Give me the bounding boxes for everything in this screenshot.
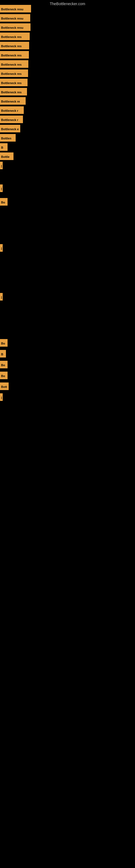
bar-label-14: Bottleneck e bbox=[0, 125, 20, 132]
bar-label-2: Bottleneck resu bbox=[0, 14, 30, 22]
bar-item-24: B bbox=[0, 350, 6, 358]
bar-item-15: Bottlen bbox=[0, 134, 16, 142]
bar-label-16: B bbox=[0, 143, 8, 151]
bar-label-22: | bbox=[0, 293, 3, 301]
bar-label-17: Bottle bbox=[0, 152, 13, 160]
bar-label-7: Bottleneck res bbox=[0, 60, 28, 68]
bar-item-6: Bottleneck res bbox=[0, 51, 29, 59]
bar-item-28: | bbox=[0, 393, 3, 401]
bar-label-18: | bbox=[0, 162, 3, 169]
bar-label-4: Bottleneck res bbox=[0, 33, 30, 40]
bar-item-8: Bottleneck res bbox=[0, 69, 28, 77]
bar-item-19: | bbox=[0, 184, 3, 192]
bar-item-5: Bottleneck res bbox=[0, 42, 29, 50]
bar-label-10: Bottleneck res bbox=[0, 88, 27, 95]
bar-item-3: Bottleneck resu bbox=[0, 23, 31, 31]
bar-item-4: Bottleneck res bbox=[0, 33, 30, 40]
bar-item-11: Bottleneck re bbox=[0, 97, 26, 105]
bar-item-23: Bo bbox=[0, 339, 8, 347]
bar-item-20: Bo bbox=[0, 198, 8, 206]
bar-item-27: Bott bbox=[0, 382, 9, 390]
bar-item-13: Bottleneck r bbox=[0, 116, 23, 123]
bar-item-22: | bbox=[0, 293, 3, 301]
bar-item-7: Bottleneck res bbox=[0, 60, 28, 68]
bar-label-13: Bottleneck r bbox=[0, 116, 23, 123]
bar-item-2: Bottleneck resu bbox=[0, 14, 30, 22]
bar-item-26: Bo bbox=[0, 372, 8, 379]
bar-item-21: | bbox=[0, 244, 3, 252]
bar-label-24: B bbox=[0, 350, 6, 358]
bar-item-12: Bottleneck r bbox=[0, 106, 24, 114]
bar-label-8: Bottleneck res bbox=[0, 69, 28, 77]
bar-label-20: Bo bbox=[0, 198, 8, 206]
bar-item-25: Bo bbox=[0, 361, 8, 368]
bar-item-16: B bbox=[0, 143, 8, 151]
bar-label-15: Bottlen bbox=[0, 134, 16, 142]
bar-label-6: Bottleneck res bbox=[0, 51, 29, 59]
bar-item-1: Bottleneck resu bbox=[0, 5, 31, 12]
bar-label-27: Bott bbox=[0, 382, 9, 390]
bar-label-21: | bbox=[0, 244, 3, 252]
bar-label-11: Bottleneck re bbox=[0, 97, 26, 105]
bar-item-9: Bottleneck res bbox=[0, 79, 28, 86]
bar-label-5: Bottleneck res bbox=[0, 42, 29, 50]
bar-label-9: Bottleneck res bbox=[0, 79, 28, 86]
bar-label-12: Bottleneck r bbox=[0, 106, 24, 114]
bar-label-23: Bo bbox=[0, 339, 8, 347]
bar-label-19: | bbox=[0, 184, 3, 192]
bar-item-10: Bottleneck res bbox=[0, 88, 27, 95]
bar-item-14: Bottleneck e bbox=[0, 125, 20, 132]
bar-label-3: Bottleneck resu bbox=[0, 23, 31, 31]
bar-label-25: Bo bbox=[0, 361, 8, 368]
bar-item-17: Bottle bbox=[0, 152, 13, 160]
bar-label-26: Bo bbox=[0, 372, 8, 379]
bar-label-1: Bottleneck resu bbox=[0, 5, 31, 12]
bar-label-28: | bbox=[0, 393, 3, 401]
bar-item-18: | bbox=[0, 162, 3, 169]
